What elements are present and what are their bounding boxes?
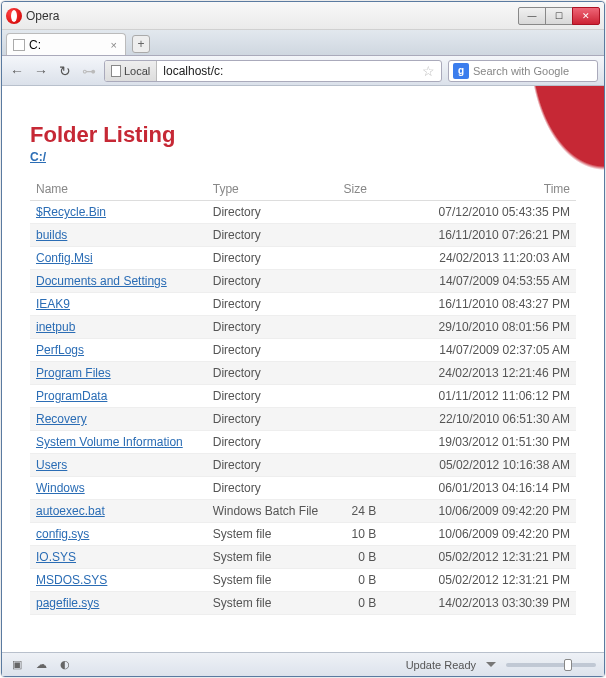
cell-size — [338, 477, 417, 500]
cell-type: Directory — [207, 431, 338, 454]
entry-link[interactable]: builds — [36, 228, 67, 242]
entry-link[interactable]: IO.SYS — [36, 550, 76, 564]
tab-active[interactable]: C: × — [6, 33, 126, 55]
app-name: Opera — [26, 9, 59, 23]
entry-link[interactable]: Config.Msi — [36, 251, 93, 265]
cell-type: Directory — [207, 339, 338, 362]
cell-name: Program Files — [30, 362, 207, 385]
entry-link[interactable]: pagefile.sys — [36, 596, 99, 610]
forward-button[interactable]: → — [32, 62, 50, 80]
zoom-thumb[interactable] — [564, 659, 572, 671]
cell-name: Documents and Settings — [30, 270, 207, 293]
entry-link[interactable]: autoexec.bat — [36, 504, 105, 518]
maximize-button[interactable]: ☐ — [545, 7, 573, 25]
entry-link[interactable]: Recovery — [36, 412, 87, 426]
browser-window: Opera — ☐ ✕ C: × + ← → ↻ ⊶ Local localho… — [1, 1, 605, 677]
turbo-icon[interactable]: ◐ — [58, 658, 72, 672]
cell-size: 0 B — [338, 592, 417, 615]
cell-name: ProgramData — [30, 385, 207, 408]
cell-name: builds — [30, 224, 207, 247]
tab-bar: C: × + — [2, 30, 604, 56]
zoom-slider[interactable] — [506, 663, 596, 667]
cell-name: config.sys — [30, 523, 207, 546]
entry-link[interactable]: MSDOS.SYS — [36, 573, 107, 587]
search-field[interactable]: g Search with Google — [448, 60, 598, 82]
col-size[interactable]: Size — [338, 178, 417, 201]
cell-size — [338, 408, 417, 431]
close-button[interactable]: ✕ — [572, 7, 600, 25]
cell-name: System Volume Information — [30, 431, 207, 454]
opera-icon[interactable] — [6, 8, 22, 24]
cell-time: 14/07/2009 02:37:05 AM — [416, 339, 576, 362]
page-content: Folder Listing C:/ Name Type Size Time $… — [2, 86, 604, 652]
bookmark-star-icon[interactable]: ☆ — [416, 63, 441, 79]
table-row: UsersDirectory05/02/2012 10:16:38 AM — [30, 454, 576, 477]
path-link[interactable]: C:/ — [30, 150, 46, 164]
cell-name: MSDOS.SYS — [30, 569, 207, 592]
window-controls: — ☐ ✕ — [519, 7, 600, 25]
cell-time: 07/12/2010 05:43:35 PM — [416, 201, 576, 224]
col-time[interactable]: Time — [416, 178, 576, 201]
entry-link[interactable]: Windows — [36, 481, 85, 495]
table-row: WindowsDirectory06/01/2013 04:16:14 PM — [30, 477, 576, 500]
cell-name: Users — [30, 454, 207, 477]
local-label: Local — [124, 65, 150, 77]
entry-link[interactable]: config.sys — [36, 527, 89, 541]
cell-size — [338, 224, 417, 247]
cell-time: 29/10/2010 08:01:56 PM — [416, 316, 576, 339]
url-text[interactable]: localhost/c: — [157, 64, 416, 78]
cell-type: Directory — [207, 201, 338, 224]
col-type[interactable]: Type — [207, 178, 338, 201]
back-button[interactable]: ← — [8, 62, 26, 80]
entry-link[interactable]: System Volume Information — [36, 435, 183, 449]
cell-size — [338, 454, 417, 477]
reload-button[interactable]: ↻ — [56, 62, 74, 80]
cell-size — [338, 270, 417, 293]
local-badge[interactable]: Local — [105, 61, 157, 81]
new-tab-button[interactable]: + — [132, 35, 150, 53]
cell-time: 24/02/2013 12:21:46 PM — [416, 362, 576, 385]
cell-size — [338, 431, 417, 454]
col-name[interactable]: Name — [30, 178, 207, 201]
update-ready-label[interactable]: Update Ready — [406, 659, 476, 671]
cell-time: 01/11/2012 11:06:12 PM — [416, 385, 576, 408]
cell-size: 0 B — [338, 569, 417, 592]
cell-name: pagefile.sys — [30, 592, 207, 615]
entry-link[interactable]: Users — [36, 458, 67, 472]
cell-name: IEAK9 — [30, 293, 207, 316]
cell-type: Directory — [207, 385, 338, 408]
entry-link[interactable]: IEAK9 — [36, 297, 70, 311]
table-row: pagefile.sysSystem file0 B14/02/2013 03:… — [30, 592, 576, 615]
cell-name: autoexec.bat — [30, 500, 207, 523]
cell-time: 06/01/2013 04:16:14 PM — [416, 477, 576, 500]
toolbar: ← → ↻ ⊶ Local localhost/c: ☆ g Search wi… — [2, 56, 604, 86]
entry-link[interactable]: PerfLogs — [36, 343, 84, 357]
entry-link[interactable]: Documents and Settings — [36, 274, 167, 288]
cell-time: 10/06/2009 09:42:20 PM — [416, 523, 576, 546]
table-row: ProgramDataDirectory01/11/2012 11:06:12 … — [30, 385, 576, 408]
chevron-down-icon[interactable] — [486, 662, 496, 667]
table-row: IO.SYSSystem file0 B05/02/2012 12:31:21 … — [30, 546, 576, 569]
search-placeholder[interactable]: Search with Google — [473, 65, 597, 77]
cell-time: 05/02/2012 12:31:21 PM — [416, 569, 576, 592]
google-icon[interactable]: g — [453, 63, 469, 79]
entry-link[interactable]: $Recycle.Bin — [36, 205, 106, 219]
cell-name: Recovery — [30, 408, 207, 431]
cell-type: System file — [207, 569, 338, 592]
cell-name: IO.SYS — [30, 546, 207, 569]
cell-size — [338, 201, 417, 224]
entry-link[interactable]: Program Files — [36, 366, 111, 380]
table-row: RecoveryDirectory22/10/2010 06:51:30 AM — [30, 408, 576, 431]
cell-time: 14/02/2013 03:30:39 PM — [416, 592, 576, 615]
entry-link[interactable]: inetpub — [36, 320, 75, 334]
minimize-button[interactable]: — — [518, 7, 546, 25]
cell-type: Directory — [207, 454, 338, 477]
cell-size: 10 B — [338, 523, 417, 546]
cloud-icon[interactable]: ☁ — [34, 658, 48, 672]
address-bar[interactable]: Local localhost/c: ☆ — [104, 60, 442, 82]
cell-type: Directory — [207, 408, 338, 431]
panel-icon[interactable]: ▣ — [10, 658, 24, 672]
entry-link[interactable]: ProgramData — [36, 389, 107, 403]
tab-close-button[interactable]: × — [111, 39, 117, 51]
cell-time: 19/03/2012 01:51:30 PM — [416, 431, 576, 454]
